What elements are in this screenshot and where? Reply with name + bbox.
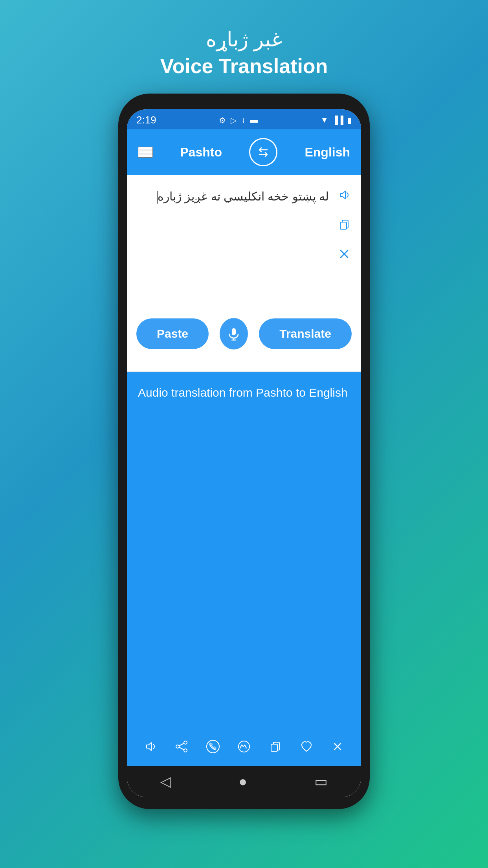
signal-icon: ▐▐ bbox=[332, 116, 343, 125]
clear-button[interactable] bbox=[337, 246, 352, 265]
svg-point-11 bbox=[207, 740, 219, 753]
svg-rect-0 bbox=[340, 222, 347, 229]
app-title-area: غبر ژباړه Voice Translation bbox=[160, 0, 328, 94]
battery-icon: ▮ bbox=[347, 116, 352, 125]
copy-button[interactable] bbox=[337, 217, 352, 235]
bottom-action-bar bbox=[127, 729, 361, 766]
translate-button[interactable]: Translate bbox=[259, 318, 352, 349]
svg-point-12 bbox=[238, 741, 250, 752]
navigation-bar: ◁ ● ▭ bbox=[127, 766, 361, 797]
phone-screen: 2:19 ⚙ ▷ ↓ ▬ ▼ ▐▐ ▮ Pashto bbox=[127, 109, 361, 797]
mic-icon bbox=[227, 327, 241, 341]
svg-line-10 bbox=[179, 747, 184, 750]
messenger-button[interactable] bbox=[236, 739, 252, 758]
storage-icon: ▬ bbox=[250, 116, 258, 125]
wifi-icon: ▼ bbox=[321, 116, 328, 125]
svg-rect-13 bbox=[271, 744, 277, 751]
output-text: Audio translation from Pashto to English bbox=[138, 383, 350, 402]
app-bar: Pashto English bbox=[127, 129, 361, 175]
paste-button[interactable]: Paste bbox=[136, 318, 209, 349]
status-right-icons: ▼ ▐▐ ▮ bbox=[321, 116, 352, 125]
input-content: له پښتو خخه انکليسي ته غږيز ژباره bbox=[158, 190, 329, 203]
status-bar: 2:19 ⚙ ▷ ↓ ▬ ▼ ▐▐ ▮ bbox=[127, 109, 361, 129]
home-button[interactable]: ● bbox=[238, 773, 247, 790]
swap-icon bbox=[256, 145, 270, 159]
input-row: له پښتو خخه انکليسي ته غږيز ژباره bbox=[136, 186, 352, 265]
input-area: له پښتو خخه انکليسي ته غږيز ژباره bbox=[127, 175, 361, 371]
whatsapp-button[interactable] bbox=[205, 739, 221, 758]
app-title-english: Voice Translation bbox=[160, 54, 328, 78]
input-bottom-buttons: Paste Translate bbox=[136, 307, 352, 362]
sound-button[interactable] bbox=[337, 188, 352, 206]
input-actions bbox=[337, 186, 352, 265]
output-area: Audio translation from Pashto to English bbox=[127, 372, 361, 729]
settings-icon: ⚙ bbox=[219, 116, 226, 125]
download-icon: ↓ bbox=[241, 116, 245, 125]
svg-point-7 bbox=[176, 745, 179, 748]
language-to[interactable]: English bbox=[305, 145, 350, 160]
close-output-button[interactable] bbox=[330, 739, 345, 758]
input-text[interactable]: له پښتو خخه انکليسي ته غږيز ژباره bbox=[136, 186, 329, 205]
back-button[interactable]: ◁ bbox=[160, 773, 171, 790]
copy-icon bbox=[337, 217, 352, 232]
favorite-button[interactable] bbox=[299, 739, 314, 758]
swap-languages-button[interactable] bbox=[249, 138, 277, 166]
language-from[interactable]: Pashto bbox=[180, 145, 222, 160]
status-icons: ⚙ ▷ ↓ ▬ bbox=[219, 116, 258, 125]
app-title-pashto: غبر ژباړه bbox=[160, 28, 328, 51]
volume-icon bbox=[337, 188, 352, 202]
play-icon: ▷ bbox=[231, 116, 237, 125]
close-icon bbox=[337, 246, 352, 261]
output-sound-button[interactable] bbox=[143, 739, 158, 758]
microphone-button[interactable] bbox=[220, 318, 248, 349]
status-time: 2:19 bbox=[136, 114, 156, 126]
svg-point-6 bbox=[184, 741, 187, 744]
menu-button[interactable] bbox=[138, 147, 153, 158]
copy-output-button[interactable] bbox=[267, 739, 283, 758]
svg-rect-3 bbox=[232, 328, 236, 335]
svg-point-8 bbox=[184, 749, 187, 752]
recent-apps-button[interactable]: ▭ bbox=[314, 773, 328, 790]
share-button[interactable] bbox=[174, 739, 189, 758]
svg-line-9 bbox=[179, 743, 184, 746]
phone-frame: 2:19 ⚙ ▷ ↓ ▬ ▼ ▐▐ ▮ Pashto bbox=[118, 94, 370, 809]
